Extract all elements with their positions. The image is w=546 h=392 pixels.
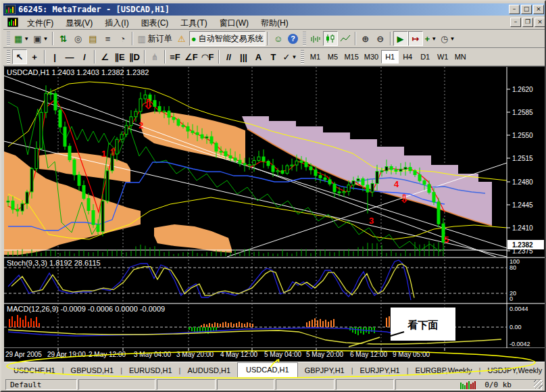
andrews-pitchfork-button[interactable]: ⋔: [147, 49, 162, 64]
drawing-and-period-toolbar: ↖+|—/∠∥E∥D⋔≡F∠F◠F//|||AT✓▼M1M5M15M30H1H4…: [3, 48, 545, 66]
chart-tab-eurjpy-h1[interactable]: EURJPY,H1: [353, 364, 407, 377]
minimize-button[interactable]: –: [509, 5, 520, 14]
strategy-tester-button[interactable]: ◔: [115, 31, 130, 46]
market-watch-button[interactable]: ⇅: [55, 31, 70, 46]
text-label-button[interactable]: T: [266, 49, 281, 64]
chart-tab-eurusd-h1[interactable]: EURUSD,H1: [122, 364, 179, 377]
horizontal-line-icon: —: [66, 52, 74, 62]
timeframe-m30-button[interactable]: M30: [362, 50, 381, 64]
close-button[interactable]: ×: [533, 5, 544, 14]
svg-text:0: 0: [510, 295, 513, 302]
new-chart-dropdown-icon[interactable]: ▼: [24, 36, 29, 42]
chart-tab-usdcad-h1[interactable]: USDCAD,H1: [237, 362, 298, 377]
trend-line-button[interactable]: /: [77, 49, 92, 64]
timeframe-h1-button[interactable]: H1: [381, 50, 399, 64]
toolbar-grip[interactable]: [303, 32, 306, 45]
menu-item-6[interactable]: 帮助(H): [255, 17, 295, 29]
menu-item-2[interactable]: 插入(I): [99, 17, 134, 29]
profile-cell[interactable]: Default: [5, 379, 77, 390]
fibo-fan-button[interactable]: ∠F: [182, 49, 200, 64]
equidistant-channel-button[interactable]: ∥E: [112, 49, 127, 64]
candlestick-chart-button[interactable]: [323, 31, 338, 46]
menu-item-3[interactable]: 图表(C): [135, 17, 175, 29]
menu-item-5[interactable]: 窗口(W): [214, 17, 255, 29]
navigator-button[interactable]: ▤: [85, 31, 100, 46]
fibo-retracement-button[interactable]: ≡F: [168, 49, 182, 64]
chart-tab-gbpjpy-h1[interactable]: GBPJPY,H1: [298, 364, 351, 377]
stddev-channel-button[interactable]: ∥D: [127, 49, 142, 64]
cursor-button[interactable]: ↖: [12, 49, 27, 64]
trendline-by-angle-button[interactable]: ∠: [97, 49, 112, 64]
svg-text:USDCAD,H1 1.2403 1.2403 1.238: USDCAD,H1 1.2403 1.2403 1.2382 1.2382: [7, 68, 149, 76]
profiles-button[interactable]: ▣▼: [31, 31, 50, 46]
new-order-button[interactable]: ▥新订单: [135, 31, 174, 46]
expert-advisors-button[interactable]: ☺: [271, 31, 286, 46]
auto-trade-button[interactable]: ●自动智能交易系统: [189, 31, 266, 46]
timeframe-d1-button[interactable]: D1: [416, 50, 434, 64]
help-button[interactable]: ?: [286, 31, 301, 46]
timeframe-m1-button[interactable]: M1: [306, 50, 324, 64]
svg-text:⇩: ⇩: [143, 97, 154, 112]
window-title: 66245: MetaTrader - [USDCAD,H1]: [18, 5, 507, 14]
equidistant-channel-icon: ∥E: [114, 52, 124, 62]
svg-text:1.2620: 1.2620: [512, 86, 533, 93]
new-chart-button[interactable]: ▦▼: [12, 31, 31, 46]
timeframe-m15-button[interactable]: M15: [341, 50, 361, 64]
chart-tab-gbpusd-h1[interactable]: GBPUSD,H1: [64, 364, 121, 377]
periods-dropdown-icon[interactable]: ▼: [449, 36, 455, 42]
timeframe-mn-button[interactable]: MN: [451, 50, 469, 64]
line-chart-button[interactable]: [338, 31, 353, 46]
svg-text:1.2480: 1.2480: [512, 178, 533, 186]
expert-advisors-icon: ☺: [274, 34, 282, 44]
child-minimize-button[interactable]: –: [510, 18, 521, 27]
traffic-label: 0/0 kb: [485, 381, 512, 389]
svg-text:1.2585: 1.2585: [512, 109, 533, 116]
chart-tab-usdchf-h1[interactable]: USDCHF,H1: [7, 364, 62, 377]
svg-text:3: 3: [369, 216, 374, 226]
arrows-dropdown-icon[interactable]: ▼: [291, 54, 297, 60]
timeframe-m5-button[interactable]: M5: [324, 50, 341, 64]
menu-item-4[interactable]: 工具(T): [174, 17, 213, 29]
toolbar-grip[interactable]: [7, 50, 10, 64]
toolbar-grip[interactable]: [7, 32, 10, 45]
maximize-button[interactable]: □: [521, 5, 532, 14]
trendline-by-angle-icon: ∠: [101, 52, 109, 62]
chart-area[interactable]: 1.26201.25851.25501.25151.24801.24451.24…: [4, 66, 545, 362]
svg-text:3 May 04:00: 3 May 04:00: [134, 351, 171, 358]
chart-tab-usdjpy-weekly[interactable]: USDJPY,Weekly: [480, 364, 546, 377]
toolbar-separator: [355, 32, 356, 45]
timeframe-h4-button[interactable]: H4: [399, 50, 416, 64]
menu-item-1[interactable]: 显视(V): [59, 17, 99, 29]
child-restore-button[interactable]: ❐: [522, 18, 533, 27]
auto-scroll-button[interactable]: ▶: [393, 31, 408, 46]
terminal-button[interactable]: ≡: [100, 31, 115, 46]
vertical-line-icon: |: [53, 52, 56, 62]
data-window-button[interactable]: ◎: [70, 31, 85, 46]
bar-chart-button[interactable]: [308, 31, 323, 46]
zoom-out-button[interactable]: ⊖: [373, 31, 388, 46]
vertical-line-button[interactable]: |: [47, 49, 62, 64]
periods-button[interactable]: ◷▼: [439, 31, 457, 46]
chart-tab-eurgbp-weekly[interactable]: EURGBP,Weekly: [409, 364, 479, 377]
fibo-arcs-button[interactable]: ◠F: [200, 49, 216, 64]
expert-alert-button[interactable]: ⚠: [174, 31, 189, 46]
add-indicator-dropdown-icon[interactable]: ▼: [431, 36, 437, 42]
chart-shift-button[interactable]: ↦: [408, 31, 423, 46]
cycle-lines-button[interactable]: |||: [237, 49, 251, 64]
timeframe-w1-button[interactable]: W1: [434, 50, 451, 64]
menu-item-0[interactable]: 文件(F): [21, 17, 59, 29]
fibo-expansion-button[interactable]: //: [222, 49, 237, 64]
toolbar-grip[interactable]: [301, 50, 304, 64]
horizontal-line-button[interactable]: —: [62, 49, 77, 64]
chart-tab-audusd-h1[interactable]: AUDUSD,H1: [180, 364, 237, 377]
child-close-button[interactable]: ×: [535, 18, 545, 27]
resize-grip[interactable]: [534, 380, 543, 389]
crosshair-button[interactable]: +: [27, 49, 42, 64]
add-indicator-button[interactable]: +▼: [423, 31, 439, 46]
profiles-dropdown-icon[interactable]: ▼: [43, 36, 49, 42]
add-indicator-icon: +: [425, 34, 430, 44]
zoom-in-button[interactable]: ⊕: [358, 31, 373, 46]
auto-trade-icon: ●: [191, 34, 197, 44]
text-button[interactable]: A: [251, 49, 266, 64]
arrows-button[interactable]: ✓▼: [281, 49, 299, 64]
